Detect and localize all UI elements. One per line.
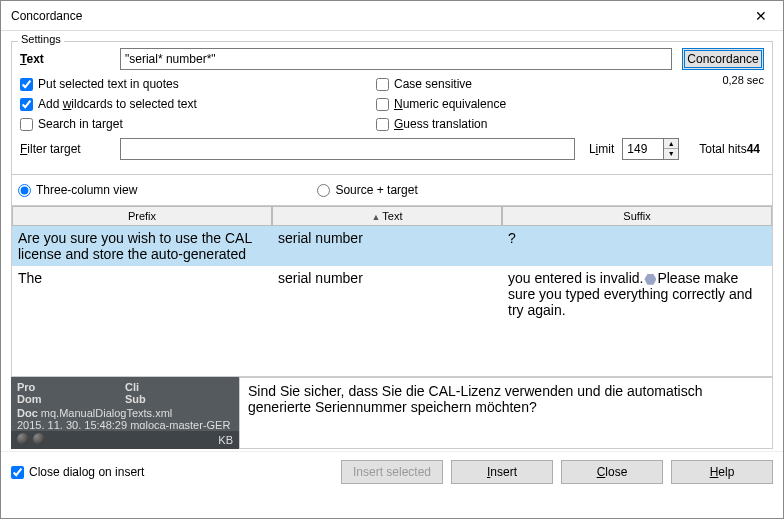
translation-panel: Sind Sie sicher, dass Sie die CAL-Lizenz… — [239, 377, 773, 449]
col-suffix[interactable]: Suffix — [502, 206, 772, 226]
meta-cli: Cli — [125, 381, 139, 393]
insert-button[interactable]: Insert — [451, 460, 553, 484]
case-checkbox[interactable] — [376, 78, 389, 91]
settings-group: Settings Text Concordance Put selected t… — [11, 41, 773, 175]
cell-prefix: Are you sure you wish to use the CAL lic… — [12, 226, 272, 266]
total-hits-value: 44 — [747, 142, 760, 156]
cell-text: serial number — [272, 226, 502, 266]
meta-timestamp: 2015. 11. 30. 15:48:29 mqloca-master-GER — [17, 419, 233, 429]
three-column-label: Three-column view — [36, 183, 137, 197]
meta-doc-label: Doc — [17, 407, 38, 419]
wildcards-label: Add wildcards to selected text — [38, 97, 197, 111]
cell-suffix: ? — [502, 226, 772, 266]
col-text[interactable]: ▲Text — [272, 206, 502, 226]
status-icon — [17, 433, 29, 445]
numeric-label: Numeric equivalence — [394, 97, 506, 111]
three-column-radio[interactable] — [18, 184, 31, 197]
cell-text: serial number — [272, 266, 502, 322]
search-target-checkbox[interactable] — [20, 118, 33, 131]
meta-dom: Dom — [17, 393, 41, 405]
limit-down-icon[interactable]: ▼ — [664, 149, 678, 159]
total-hits-label: Total hits — [699, 142, 746, 156]
case-label: Case sensitive — [394, 77, 472, 91]
table-row[interactable]: Are you sure you wish to use the CAL lic… — [12, 226, 772, 266]
limit-input[interactable] — [622, 138, 664, 160]
quotes-checkbox[interactable] — [20, 78, 33, 91]
meta-sub: Sub — [125, 393, 146, 405]
cell-suffix: you entered is invalid.Please make sure … — [502, 266, 772, 322]
cell-prefix: The — [12, 266, 272, 322]
numeric-checkbox[interactable] — [376, 98, 389, 111]
insert-selected-button: Insert selected — [341, 460, 443, 484]
close-icon[interactable]: ✕ — [739, 1, 783, 31]
table-row[interactable]: The serial number you entered is invalid… — [12, 266, 772, 322]
settings-label: Settings — [18, 33, 64, 45]
query-input[interactable] — [120, 48, 672, 70]
text-label: Text — [20, 52, 120, 66]
translation-text: Sind Sie sicher, dass Sie die CAL-Lizenz… — [248, 383, 702, 415]
metadata-panel: Pro Cli Dom Sub Doc mq.ManualDialogTexts… — [11, 377, 239, 449]
limit-label: Limit — [589, 142, 614, 156]
sort-asc-icon: ▲ — [371, 212, 380, 222]
results-table: Prefix ▲Text Suffix Are you sure you wis… — [11, 206, 773, 377]
meta-doc-name: mq.ManualDialogTexts.xml — [41, 407, 172, 419]
filter-label: Filter target — [20, 142, 120, 156]
wildcards-checkbox[interactable] — [20, 98, 33, 111]
window-title: Concordance — [11, 9, 82, 23]
status-icon — [33, 433, 45, 445]
close-button[interactable]: Close — [561, 460, 663, 484]
filter-input[interactable] — [120, 138, 575, 160]
close-on-insert-checkbox[interactable] — [11, 466, 24, 479]
close-on-insert-label: Close dialog on insert — [29, 465, 144, 479]
guess-label: Guess translation — [394, 117, 487, 131]
meta-pro: Pro — [17, 381, 35, 393]
concordance-button[interactable]: Concordance — [682, 48, 764, 70]
titlebar: Concordance ✕ — [1, 1, 783, 31]
help-button[interactable]: Help — [671, 460, 773, 484]
elapsed-time: 0,28 sec — [682, 74, 764, 86]
limit-up-icon[interactable]: ▲ — [664, 139, 678, 149]
search-target-label: Search in target — [38, 117, 123, 131]
quotes-label: Put selected text in quotes — [38, 77, 179, 91]
guess-checkbox[interactable] — [376, 118, 389, 131]
source-target-label: Source + target — [335, 183, 417, 197]
tag-icon — [644, 273, 656, 285]
meta-kb: KB — [218, 434, 233, 446]
col-prefix[interactable]: Prefix — [12, 206, 272, 226]
source-target-radio[interactable] — [317, 184, 330, 197]
